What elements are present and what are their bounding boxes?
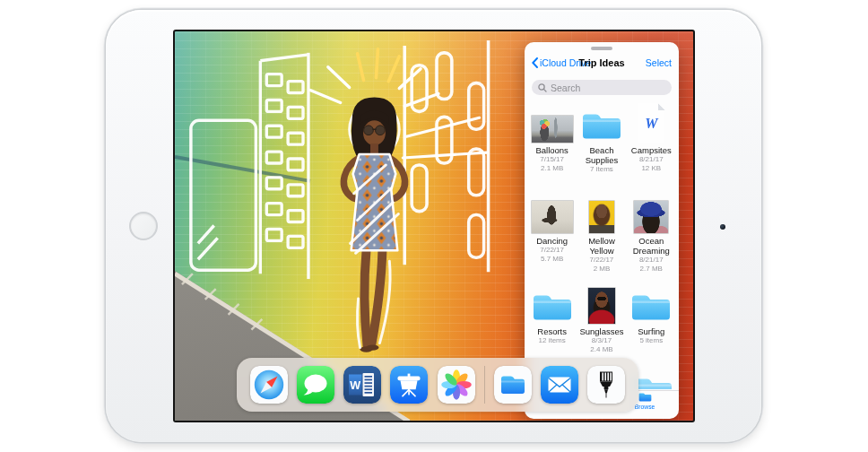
photo-thumbnail: [532, 116, 573, 143]
search-placeholder: Search: [551, 83, 580, 93]
folder-icon: [581, 110, 622, 143]
file-name: Dancing: [536, 236, 568, 246]
file-detail: 8/21/17: [639, 155, 664, 164]
file-name: Balloons: [535, 145, 568, 155]
ipad-device-frame: Trip Ideas iCloud Drive Select Search: [106, 10, 761, 442]
file-detail: 7 items: [590, 165, 613, 174]
file-name: Surfing: [638, 326, 664, 336]
photo-thumbnail: [634, 201, 668, 233]
select-button[interactable]: Select: [646, 57, 672, 68]
dock-divider: [484, 366, 485, 404]
chalk-door-doodle: [191, 120, 256, 270]
photos-app-icon[interactable]: [438, 366, 475, 404]
file-detail: 2 MB: [594, 265, 611, 274]
microsoft-word-app-icon[interactable]: W: [343, 366, 381, 404]
drag-handle[interactable]: [591, 47, 612, 50]
word-letter: W: [645, 116, 657, 132]
file-detail: 7/15/17: [540, 155, 564, 164]
file-name: Mellow Yellow: [577, 236, 626, 256]
file-name: Resorts: [537, 326, 567, 336]
search-icon: [538, 83, 547, 92]
back-button[interactable]: iCloud Drive: [532, 57, 591, 68]
file-item-surfing[interactable]: Surfing 5 items: [627, 281, 676, 371]
file-name: Campsites: [631, 145, 672, 155]
file-item-ocean-dreaming[interactable]: Ocean Dreaming 8/21/17 2.7 MB: [627, 190, 676, 281]
photo-thumbnail: [588, 288, 615, 324]
front-camera-dot: [720, 224, 725, 230]
file-grid: Balloons 7/15/17 2.1 MB Beach Supplies 7…: [527, 100, 676, 371]
file-detail: 2.4 MB: [590, 345, 612, 354]
back-label: iCloud Drive: [540, 57, 591, 68]
page-fold: [658, 103, 665, 110]
files-app-icon[interactable]: [494, 366, 532, 404]
file-detail: 7/22/17: [540, 246, 564, 255]
marker-pen-app-icon[interactable]: [587, 366, 625, 404]
home-button[interactable]: [129, 212, 158, 240]
file-detail: 12 items: [539, 336, 566, 345]
file-detail: 2.1 MB: [541, 164, 563, 173]
file-detail: 7/22/17: [590, 256, 614, 265]
file-detail: 5.7 MB: [541, 255, 563, 264]
file-name: Beach Supplies: [577, 145, 626, 165]
file-item-campsites[interactable]: W Campsites 8/21/17 12 KB: [627, 100, 676, 190]
ipad-screen: Trip Ideas iCloud Drive Select Search: [173, 30, 695, 422]
photo-thumbnail: [589, 201, 614, 233]
browse-folder-icon: [638, 392, 652, 403]
keynote-app-icon[interactable]: [390, 366, 428, 404]
photo-thumbnail: [532, 201, 573, 233]
file-detail: 8/3/17: [592, 336, 612, 345]
file-detail: 5 items: [639, 336, 663, 345]
messages-app-icon[interactable]: [297, 366, 334, 404]
file-name: Ocean Dreaming: [627, 236, 676, 256]
folder-icon: [630, 291, 672, 324]
mail-app-icon[interactable]: [541, 366, 578, 404]
file-item-mellow-yellow[interactable]: Mellow Yellow 7/22/17 2 MB: [577, 190, 626, 281]
chalk-building-left: [260, 53, 308, 279]
word-app-letter: W: [351, 379, 361, 392]
file-item-balloons[interactable]: Balloons 7/15/17 2.1 MB: [527, 100, 577, 190]
file-detail: 2.7 MB: [640, 265, 663, 274]
browse-label: Browse: [635, 404, 655, 410]
marketing-canvas: Trip Ideas iCloud Drive Select Search: [0, 0, 868, 452]
chalk-sun-rays: [310, 49, 487, 158]
dock: W: [237, 358, 638, 412]
search-input[interactable]: Search: [532, 80, 672, 95]
word-document-icon: W: [638, 103, 665, 143]
folder-icon: [532, 291, 573, 324]
file-detail: 12 KB: [641, 164, 661, 173]
file-detail: 8/21/17: [639, 256, 664, 265]
files-nav-bar: Trip Ideas iCloud Drive Select: [525, 54, 679, 72]
file-name: Sunglasses: [579, 326, 623, 336]
safari-app-icon[interactable]: [250, 366, 288, 404]
chevron-left-icon: [532, 57, 538, 68]
woman-figure: [343, 97, 404, 352]
file-item-dancing[interactable]: Dancing 7/22/17 5.7 MB: [527, 190, 577, 281]
file-item-beach-supplies[interactable]: Beach Supplies 7 items: [577, 100, 626, 190]
